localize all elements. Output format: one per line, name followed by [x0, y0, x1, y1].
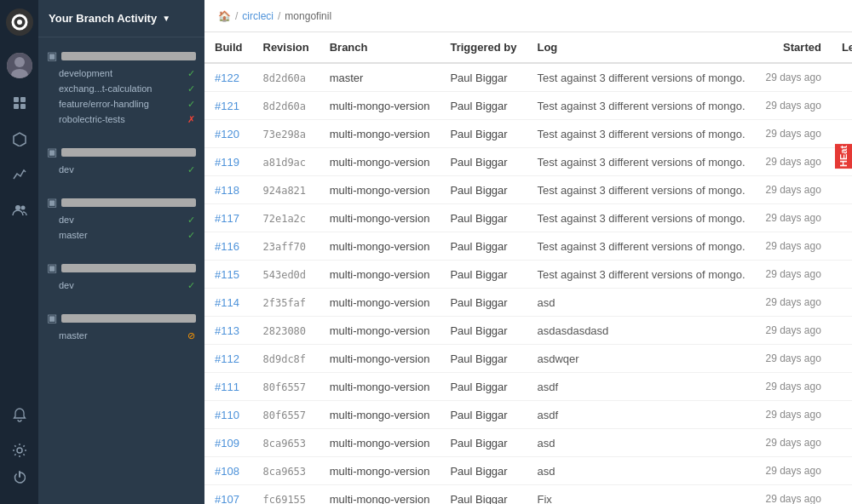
- insights-icon[interactable]: [10, 165, 29, 184]
- logo[interactable]: [6, 9, 33, 36]
- log-message: Test against 3 different versions of mon…: [527, 120, 755, 148]
- table-row[interactable]: #122 8d2d60a master Paul Biggar Test aga…: [204, 63, 852, 92]
- breadcrumb-repo: mongofinil: [285, 10, 331, 22]
- triggered-by: Paul Biggar: [440, 401, 527, 429]
- sidebar-item-master-5[interactable]: master ⊘: [38, 328, 204, 343]
- user-avatar[interactable]: [7, 53, 32, 78]
- branch-label: robolectric-tests: [59, 114, 186, 124]
- projects-icon[interactable]: [10, 129, 29, 148]
- sidebar-item-dev-2[interactable]: dev ✓: [38, 162, 204, 177]
- build-length: 01:33: [832, 261, 852, 289]
- notifications-icon[interactable]: [10, 405, 29, 424]
- repo-icon: ▣: [47, 146, 57, 158]
- builds-table: Build Revision Branch Triggered by Log S…: [204, 32, 852, 504]
- svg-point-4: [14, 57, 25, 67]
- triggered-by: Paul Biggar: [440, 120, 527, 148]
- sidebar-repo-2: ▣: [38, 140, 204, 162]
- build-number[interactable]: #113: [204, 317, 253, 345]
- revision-hash: 80f6557: [253, 373, 320, 401]
- triggered-by: Paul Biggar: [440, 204, 527, 232]
- power-icon[interactable]: [10, 468, 29, 487]
- table-row[interactable]: #120 73e298a multi-mongo-version Paul Bi…: [204, 120, 852, 148]
- build-number[interactable]: #109: [204, 429, 253, 457]
- table-row[interactable]: #113 2823080 multi-mongo-version Paul Bi…: [204, 317, 852, 345]
- revision-hash: 8d2d60a: [253, 63, 320, 92]
- sidebar-item-robolectric[interactable]: robolectric-tests ✗: [38, 112, 204, 127]
- table-row[interactable]: #119 a81d9ac multi-mongo-version Paul Bi…: [204, 148, 852, 176]
- sidebar-item-master-3[interactable]: master ✓: [38, 227, 204, 243]
- revision-hash: 8d9dc8f: [253, 345, 320, 373]
- log-message: Test against 3 different versions of mon…: [527, 176, 755, 204]
- build-length: 00:28: [832, 457, 852, 485]
- table-row[interactable]: #121 8d2d60a multi-mongo-version Paul Bi…: [204, 92, 852, 120]
- sidebar-item-development[interactable]: development ✓: [38, 66, 204, 81]
- build-number[interactable]: #118: [204, 176, 253, 204]
- branch-label: master: [59, 330, 186, 341]
- build-length: 00:29: [832, 485, 852, 505]
- table-row[interactable]: #109 8ca9653 multi-mongo-version Paul Bi…: [204, 429, 852, 457]
- repo-icon: ▣: [47, 261, 57, 274]
- table-row[interactable]: #107 fc69155 multi-mongo-version Paul Bi…: [204, 485, 852, 505]
- branch-label: dev: [59, 164, 186, 175]
- build-number[interactable]: #120: [204, 120, 253, 148]
- sidebar-item-dev-4[interactable]: dev ✓: [38, 278, 204, 293]
- sidebar-item-feature-error[interactable]: feature/error-handling ✓: [38, 96, 204, 112]
- triggered-by: Paul Biggar: [440, 485, 527, 505]
- table-row[interactable]: #117 72e1a2c multi-mongo-version Paul Bi…: [204, 204, 852, 232]
- triggered-by: Paul Biggar: [440, 232, 527, 261]
- build-number[interactable]: #121: [204, 92, 253, 120]
- build-number[interactable]: #122: [204, 63, 253, 92]
- svg-point-10: [15, 205, 20, 210]
- home-icon[interactable]: 🏠: [218, 10, 231, 22]
- started-time: 29 days ago: [756, 92, 832, 120]
- build-number[interactable]: #119: [204, 148, 253, 176]
- table-row[interactable]: #110 80f6557 multi-mongo-version Paul Bi…: [204, 401, 852, 429]
- table-row[interactable]: #111 80f6557 multi-mongo-version Paul Bi…: [204, 373, 852, 401]
- build-number[interactable]: #117: [204, 204, 253, 232]
- table-row[interactable]: #114 2f35faf multi-mongo-version Paul Bi…: [204, 289, 852, 317]
- build-number[interactable]: #112: [204, 345, 253, 373]
- table-row[interactable]: #118 924a821 multi-mongo-version Paul Bi…: [204, 176, 852, 204]
- sidebar-item-exchang[interactable]: exchang...t-calculation ✓: [38, 81, 204, 96]
- table-header-row: Build Revision Branch Triggered by Log S…: [204, 32, 852, 63]
- builds-icon[interactable]: [10, 94, 29, 112]
- svg-point-11: [20, 206, 25, 210]
- sidebar-header[interactable]: Your Branch Activity ▼: [38, 0, 204, 37]
- build-number[interactable]: #116: [204, 232, 253, 261]
- triggered-by: Paul Biggar: [440, 92, 527, 120]
- sidebar-item-dev-3[interactable]: dev ✓: [38, 212, 204, 227]
- repo-name-2: [61, 148, 196, 157]
- main-content: 🏠 / circleci / mongofinil Build Revision…: [204, 0, 852, 504]
- build-number[interactable]: #114: [204, 289, 253, 317]
- breadcrumb-org[interactable]: circleci: [242, 10, 273, 22]
- sidebar-group-4: ▣ dev ✓: [38, 249, 204, 300]
- sidebar-group-3: ▣ dev ✓ master ✓: [38, 184, 204, 249]
- triggered-by: Paul Biggar: [440, 457, 527, 485]
- log-message: asdf: [527, 373, 755, 401]
- build-length: 01:26: [832, 92, 852, 120]
- build-number[interactable]: #111: [204, 373, 253, 401]
- build-number[interactable]: #108: [204, 457, 253, 485]
- build-length: 01:27: [832, 345, 852, 373]
- team-icon[interactable]: [10, 201, 29, 220]
- table-row[interactable]: #108 8ca9653 multi-mongo-version Paul Bi…: [204, 457, 852, 485]
- breadcrumb-sep-1: /: [235, 10, 238, 22]
- builds-table-container: Build Revision Branch Triggered by Log S…: [204, 32, 852, 504]
- table-row[interactable]: #115 543ed0d multi-mongo-version Paul Bi…: [204, 261, 852, 289]
- revision-hash: 72e1a2c: [253, 204, 320, 232]
- settings-icon[interactable]: [10, 441, 29, 460]
- triggered-by: Paul Biggar: [440, 63, 527, 92]
- log-message: Test against 3 different versions of mon…: [527, 148, 755, 176]
- build-number[interactable]: #110: [204, 401, 253, 429]
- started-time: 29 days ago: [756, 401, 832, 429]
- table-row[interactable]: #116 23aff70 multi-mongo-version Paul Bi…: [204, 232, 852, 261]
- build-number[interactable]: #115: [204, 261, 253, 289]
- sidebar-group-1: ▣ development ✓ exchang...t-calculation …: [38, 37, 204, 134]
- build-number[interactable]: #107: [204, 485, 253, 505]
- started-time: 29 days ago: [756, 204, 832, 232]
- branch-label: dev: [59, 280, 186, 290]
- triggered-by: Paul Biggar: [440, 148, 527, 176]
- table-row[interactable]: #112 8d9dc8f multi-mongo-version Paul Bi…: [204, 345, 852, 373]
- triggered-by: Paul Biggar: [440, 345, 527, 373]
- sidebar: Your Branch Activity ▼ ▣ development ✓ e…: [38, 0, 204, 504]
